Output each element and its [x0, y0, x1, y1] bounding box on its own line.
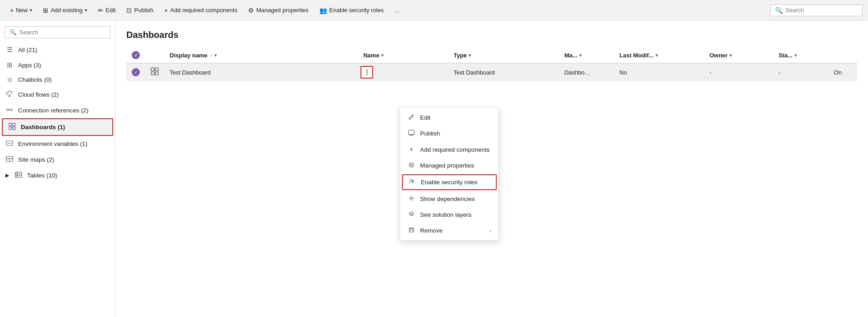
table-header: ✓ Display name ↑ ▾ Name ▾ [126, 47, 857, 63]
context-menu-item-show-dependencies[interactable]: Show dependencies [400, 191, 499, 207]
env-vars-icon [5, 140, 14, 148]
row-status: On [829, 63, 857, 81]
row-owner: - [773, 63, 829, 81]
dashboards-table: ✓ Display name ↑ ▾ Name ▾ [126, 47, 857, 81]
svg-point-1 [10, 109, 12, 111]
row-display-name: Test Dashboard [164, 63, 358, 81]
context-menu-item-enable-security[interactable]: Enable security roles [403, 175, 496, 189]
dashboards-icon [8, 123, 16, 131]
context-menu-item-edit[interactable]: Edit [400, 110, 499, 126]
sidebar-item-environment-variables[interactable]: Environment variables (1) [0, 136, 115, 152]
sidebar: 🔍 ☰ All (21) ⊞ Apps (3) ⊙ Chatbots (0) C… [0, 21, 115, 317]
col-header-display-name[interactable]: Display name ↑ ▾ [164, 47, 358, 63]
toolbar-search: 🔍 [770, 5, 863, 16]
display-name-filter-icon[interactable]: ▾ [214, 53, 217, 58]
plus-icon: + [10, 7, 14, 14]
managed-properties-button[interactable]: ⚙ Managed properties [244, 4, 313, 17]
sidebar-item-connection-references[interactable]: Connection references (2) [0, 103, 115, 118]
add-existing-icon: ⊞ [43, 7, 48, 14]
col-header-status[interactable]: Sta... ▾ [773, 47, 829, 63]
owner-filter-icon[interactable]: ▾ [729, 53, 732, 58]
sidebar-search-container: 🔍 [5, 26, 111, 38]
publish-button[interactable]: ⊡ Publish [122, 4, 158, 17]
publish-icon: ⊡ [126, 7, 132, 14]
sidebar-item-cloud-flows[interactable]: Cloud flows (2) [0, 87, 115, 103]
sidebar-item-site-maps[interactable]: Site maps (2) [0, 152, 115, 168]
svg-point-26 [413, 181, 414, 182]
row-checkbox[interactable]: ✓ [132, 68, 140, 76]
context-menu-item-publish[interactable]: Publish [400, 126, 499, 141]
sidebar-item-dashboards[interactable]: Dashboards (1) [3, 119, 112, 135]
content-area: Dashboards ✓ Display name ↑ ▾ [115, 21, 868, 317]
name-filter-icon[interactable]: ▾ [381, 53, 383, 58]
remove-submenu-icon: › [489, 228, 491, 233]
svg-point-24 [411, 164, 412, 166]
row-context-menu-button[interactable]: ⋮ [360, 66, 373, 79]
col-header-type[interactable]: Type ▾ [448, 47, 559, 63]
gear-icon: ⚙ [248, 7, 254, 14]
type-filter-icon[interactable]: ▾ [469, 53, 471, 58]
cloud-flows-icon [5, 90, 14, 99]
add-required-menu-icon: + [407, 145, 416, 154]
last-modified-filter-icon[interactable]: ▾ [656, 53, 658, 58]
col-header-ma[interactable]: Ma... ▾ [559, 47, 614, 63]
edit-menu-icon [407, 114, 416, 121]
apps-icon: ⊞ [5, 61, 14, 69]
context-menu-item-see-solution-layers[interactable]: See solution layers [400, 207, 499, 223]
row-dashboard-icon [151, 69, 159, 77]
svg-rect-4 [13, 123, 15, 126]
managed-props-menu-icon [407, 162, 416, 169]
row-check: ✓ [126, 63, 145, 81]
ma-filter-icon[interactable]: ▾ [579, 53, 582, 58]
svg-rect-16 [151, 68, 154, 71]
svg-rect-17 [155, 68, 158, 71]
svg-rect-6 [13, 127, 15, 130]
publish-menu-icon [407, 130, 416, 137]
site-maps-icon [5, 155, 14, 164]
sidebar-item-all[interactable]: ☰ All (21) [0, 42, 115, 57]
main-layout: 🔍 ☰ All (21) ⊞ Apps (3) ⊙ Chatbots (0) C… [0, 21, 868, 317]
show-deps-menu-icon [407, 195, 416, 203]
sidebar-item-chatbots[interactable]: ⊙ Chatbots (0) [0, 73, 115, 87]
row-name: Test Dashboard [448, 63, 559, 81]
new-button[interactable]: + New ▾ [5, 4, 37, 17]
sidebar-search-icon: 🔍 [9, 29, 17, 36]
col-header-owner[interactable]: Owner ▾ [704, 47, 773, 63]
add-existing-button[interactable]: ⊞ Add existing ▾ [38, 4, 92, 17]
svg-rect-20 [409, 130, 414, 135]
col-header-icon [145, 47, 164, 63]
enable-security-menu-icon [408, 178, 416, 186]
edit-icon: ✏ [98, 7, 103, 14]
edit-button[interactable]: ✏ Edit [93, 4, 120, 17]
context-menu-item-managed-properties[interactable]: Managed properties [400, 158, 499, 173]
context-menu: Edit Publish + Add required components M… [400, 107, 499, 241]
svg-point-23 [409, 163, 414, 167]
svg-rect-5 [9, 127, 12, 130]
sidebar-search-input[interactable] [19, 29, 106, 36]
col-header-last-modified[interactable]: Last Modif... ▾ [614, 47, 704, 63]
svg-rect-19 [155, 72, 158, 75]
svg-rect-3 [9, 123, 12, 126]
select-all-checkbox[interactable]: ✓ [132, 51, 140, 59]
sidebar-item-apps[interactable]: ⊞ Apps (3) [0, 57, 115, 73]
svg-point-27 [411, 197, 412, 199]
context-menu-item-remove[interactable]: Remove › [400, 223, 499, 238]
solution-layers-menu-icon [407, 211, 416, 219]
tables-icon [14, 171, 23, 180]
context-menu-item-add-required[interactable]: + Add required components [400, 141, 499, 158]
svg-rect-12 [15, 172, 22, 177]
sidebar-item-tables[interactable]: ▶ Tables (10) [0, 168, 115, 183]
connection-refs-icon [5, 106, 14, 115]
remove-menu-icon [407, 227, 416, 234]
status-filter-icon[interactable]: ▾ [794, 53, 797, 58]
enable-security-button[interactable]: 👥 Enable security roles [315, 4, 388, 17]
add-required-button[interactable]: + Add required components [160, 4, 242, 17]
all-icon: ☰ [5, 46, 14, 54]
more-actions-button[interactable]: ... [390, 4, 404, 16]
svg-point-0 [7, 109, 9, 111]
row-ma: No [614, 63, 704, 81]
toolbar-search-input[interactable] [785, 7, 858, 14]
table-row[interactable]: ✓ Test Dashboard ⋮ Test Dashboard Dashbo… [126, 63, 857, 81]
security-roles-icon: 👥 [319, 7, 327, 14]
col-header-name[interactable]: Name ▾ [358, 47, 448, 63]
